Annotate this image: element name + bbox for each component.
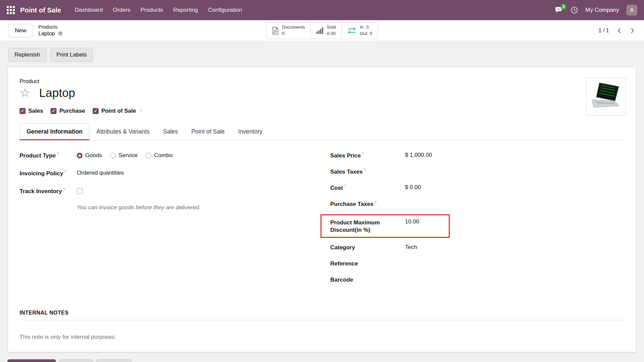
help-icon: ?	[140, 109, 142, 113]
avatar[interactable]: A	[626, 5, 637, 15]
radio-combo[interactable]: Combo	[146, 152, 173, 159]
point-of-sale-checkbox[interactable]	[93, 108, 99, 114]
pager: 1 / 1	[599, 26, 636, 35]
nav-item-orders[interactable]: Orders	[108, 3, 135, 17]
sold-value: 0.00	[327, 31, 336, 37]
reference-label: Reference	[330, 260, 405, 267]
sales-checkbox[interactable]	[20, 108, 26, 114]
pager-next-button[interactable]	[629, 26, 636, 35]
cost-label: Cost?	[330, 184, 405, 191]
track-inventory-checkbox[interactable]	[77, 188, 83, 194]
activity-button[interactable]	[571, 6, 578, 14]
barcode-label: Barcode	[330, 277, 405, 283]
purchase-taxes-input[interactable]	[405, 200, 466, 208]
documents-stat-button[interactable]: Documents 0	[266, 22, 310, 39]
documents-value: 0	[282, 31, 305, 37]
radio-goods[interactable]: Goods	[77, 152, 102, 159]
invoicing-policy-label: Invoicing Policy?	[20, 170, 77, 177]
document-icon	[272, 27, 278, 35]
goods-radio[interactable]	[77, 153, 82, 158]
bottom-secondary-button-2[interactable]	[96, 359, 131, 362]
highlight-red-box: Product Maximum Discount(in %) 10.00	[320, 214, 450, 238]
purchase-taxes-label: Purchase Taxes?	[330, 200, 405, 208]
top-navbar: Point of Sale Dashboard Orders Products …	[0, 0, 644, 20]
favorite-star-icon[interactable]: ☆	[20, 87, 30, 99]
product-type-label: Product Type?	[20, 152, 77, 159]
replenish-button[interactable]: Replenish	[8, 48, 46, 62]
nav-menu: Dashboard Orders Products Reporting Conf…	[70, 3, 247, 17]
bar-chart-icon	[316, 27, 324, 34]
cost-input[interactable]: $ 0.00	[405, 184, 466, 191]
track-inventory-label: Track Inventory?	[20, 187, 77, 195]
company-switcher[interactable]: My Company	[585, 7, 619, 13]
help-icon: ?	[362, 152, 364, 156]
help-icon: ?	[63, 187, 65, 191]
sold-stat-button[interactable]: Sold 0.00	[310, 22, 342, 39]
print-labels-button[interactable]: Print Labels	[50, 48, 93, 62]
in-out-stat-button[interactable]: In: 0 Out: 0	[341, 22, 378, 39]
breadcrumb: Products Laptop ⚙	[38, 24, 63, 37]
stat-buttons: Documents 0 Sold 0.00 In: 0 Ou	[266, 22, 378, 39]
service-radio[interactable]	[110, 153, 116, 158]
sales-price-input[interactable]: $ 1,000.00	[405, 152, 466, 159]
help-icon: ?	[364, 168, 366, 172]
new-button[interactable]: New	[8, 24, 33, 37]
messages-button[interactable]: 3	[555, 6, 563, 14]
sale-toggles: Sales Purchase Point of Sale ?	[20, 108, 624, 114]
breadcrumb-parent[interactable]: Products	[38, 24, 63, 30]
sales-taxes-label: Sales Taxes?	[330, 168, 405, 175]
radio-service[interactable]: Service	[110, 152, 138, 159]
product-kind-label: Product	[20, 78, 624, 85]
invoicing-note: You can invoice goods before they are de…	[77, 204, 330, 211]
tab-attributes-variants[interactable]: Attributes & Variants	[90, 123, 156, 140]
bottom-secondary-button-1[interactable]	[59, 359, 93, 362]
app-title[interactable]: Point of Sale	[20, 6, 61, 14]
point-of-sale-toggle[interactable]: Point of Sale ?	[93, 108, 142, 114]
apps-grid-icon[interactable]	[7, 6, 15, 14]
transfer-arrows-icon	[347, 27, 357, 34]
product-form-card: Product ☆ Laptop Sales Purchase Point of…	[8, 67, 636, 352]
in-value: In: 0	[360, 24, 372, 30]
tab-inventory[interactable]: Inventory	[232, 123, 269, 140]
tab-point-of-sale[interactable]: Point of Sale	[184, 123, 231, 140]
chevron-right-icon	[631, 28, 635, 34]
help-icon: ?	[64, 170, 66, 174]
max-discount-input[interactable]: 10.00	[405, 218, 466, 226]
bottom-primary-button[interactable]	[7, 359, 56, 362]
statusbar-actions: Replenish Print Labels	[0, 41, 644, 67]
clock-icon	[571, 6, 578, 14]
sales-taxes-input[interactable]	[405, 168, 466, 175]
nav-item-configuration[interactable]: Configuration	[203, 3, 247, 17]
category-input[interactable]: Tech	[405, 244, 466, 251]
nav-item-dashboard[interactable]: Dashboard	[70, 3, 108, 17]
chevron-left-icon	[617, 28, 621, 34]
product-name[interactable]: Laptop	[39, 86, 75, 100]
pager-previous-button[interactable]	[616, 26, 622, 35]
out-value: Out: 0	[360, 31, 372, 37]
barcode-input[interactable]	[405, 276, 466, 284]
product-image[interactable]	[586, 77, 626, 116]
combo-radio[interactable]	[146, 153, 151, 158]
sales-toggle[interactable]: Sales	[20, 108, 43, 114]
nav-item-reporting[interactable]: Reporting	[168, 3, 203, 17]
pager-counter: 1 / 1	[599, 28, 609, 34]
tab-sales[interactable]: Sales	[157, 123, 185, 140]
breadcrumb-current: Laptop	[38, 30, 55, 37]
product-type-radio-group: Goods Service Combo	[77, 152, 173, 159]
internal-notes-input[interactable]: This note is only for internal purposes.	[20, 334, 624, 340]
form-right-column: Sales Price? $ 1,000.00 Sales Taxes? Cos…	[330, 150, 624, 290]
gear-icon[interactable]: ⚙	[58, 31, 63, 36]
reference-input[interactable]	[405, 260, 466, 267]
help-icon: ?	[374, 200, 376, 204]
max-discount-label: Product Maximum Discount(in %)	[330, 218, 405, 234]
tab-general-information[interactable]: General Information	[20, 123, 90, 140]
purchase-checkbox[interactable]	[50, 108, 57, 114]
purchase-toggle[interactable]: Purchase	[50, 108, 85, 114]
internal-notes-title: INTERNAL NOTES	[20, 310, 624, 316]
nav-item-products[interactable]: Products	[135, 3, 168, 17]
notebook-tabs: General Information Attributes & Variant…	[20, 123, 624, 140]
form-left-column: Product Type? Goods Service Combo	[20, 150, 330, 290]
nav-right: 3 My Company A	[555, 5, 637, 15]
invoicing-policy-input[interactable]: Ordered quantities	[77, 170, 137, 177]
bottom-button-row	[7, 359, 131, 362]
